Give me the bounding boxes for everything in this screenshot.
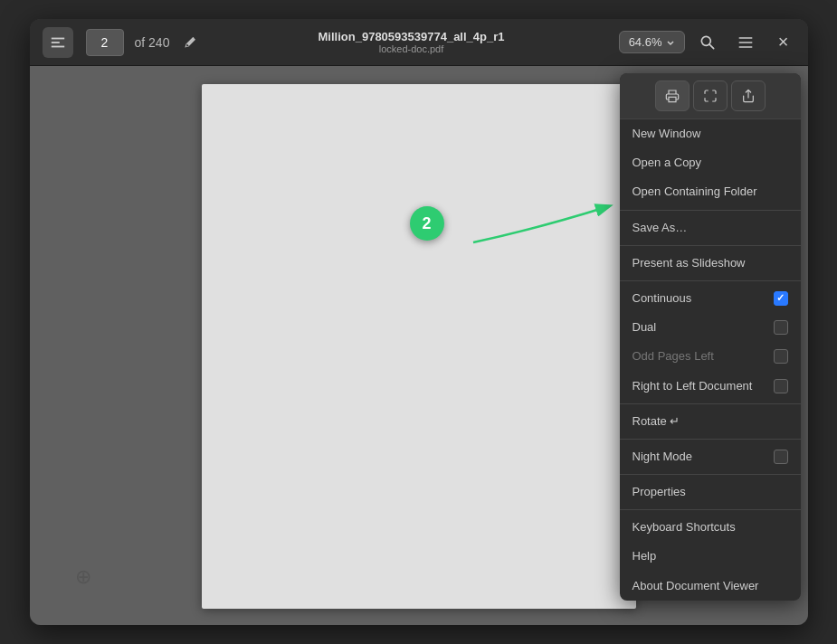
- menu-item-save-as[interactable]: Save As…: [620, 213, 801, 242]
- doc-title: Million_9780593539774_all_4p_r1: [211, 30, 611, 44]
- svg-line-4: [709, 44, 714, 49]
- content-area: ⊕ 1 2: [30, 66, 808, 625]
- share-button[interactable]: [731, 80, 766, 111]
- rtl-checkbox[interactable]: [774, 379, 788, 393]
- svg-rect-0: [51, 37, 63, 39]
- separator-4: [620, 403, 801, 404]
- separator-7: [620, 509, 801, 510]
- continuous-checkbox[interactable]: [774, 291, 788, 306]
- annotation-badge-2: 2: [410, 206, 444, 241]
- zoom-area: 64.6%: [619, 31, 685, 53]
- main-window: of 240 Million_9780593539774_all_4p_r1 l…: [30, 19, 808, 625]
- doc-title-area: Million_9780593539774_all_4p_r1 locked-d…: [211, 30, 611, 55]
- print-button[interactable]: [655, 80, 690, 111]
- search-button[interactable]: [692, 27, 723, 58]
- svg-rect-5: [738, 37, 752, 39]
- annotate-button[interactable]: [176, 29, 204, 56]
- titlebar: of 240 Million_9780593539774_all_4p_r1 l…: [30, 19, 808, 66]
- fullscreen-button[interactable]: [693, 80, 728, 111]
- separator-5: [620, 439, 801, 440]
- menu-item-open-folder[interactable]: Open Containing Folder: [620, 177, 801, 206]
- menu-item-night-mode[interactable]: Night Mode: [620, 442, 801, 471]
- svg-rect-2: [51, 45, 63, 47]
- menu-item-continuous[interactable]: Continuous: [620, 284, 801, 313]
- menu-item-open-copy[interactable]: Open a Copy: [620, 148, 801, 177]
- menu-item-new-window[interactable]: New Window: [620, 119, 801, 148]
- separator-2: [620, 245, 801, 246]
- menu-item-keyboard-shortcuts[interactable]: Keyboard Shortcuts: [620, 513, 801, 542]
- sidebar-toggle-button[interactable]: [43, 27, 73, 58]
- svg-rect-1: [51, 42, 59, 43]
- menu-item-rtl[interactable]: Right to Left Document: [620, 372, 801, 401]
- separator-6: [620, 474, 801, 475]
- svg-rect-10: [669, 97, 676, 101]
- menu-item-properties[interactable]: Properties: [620, 478, 801, 507]
- dropdown-menu: New Window Open a Copy Open Containing F…: [620, 73, 801, 601]
- night-mode-checkbox[interactable]: [774, 450, 788, 464]
- close-button[interactable]: ×: [768, 27, 799, 58]
- page-number-input[interactable]: [86, 29, 124, 56]
- separator-3: [620, 280, 801, 281]
- crosshair-icon: ⊕: [75, 565, 91, 589]
- zoom-level-label: 64.6%: [629, 35, 662, 49]
- menu-item-dual[interactable]: Dual: [620, 313, 801, 342]
- dropdown-toolbar: [620, 73, 801, 119]
- menu-item-about[interactable]: About Document Viewer: [620, 572, 801, 601]
- zoom-button[interactable]: 64.6%: [619, 31, 685, 53]
- svg-rect-7: [738, 46, 752, 48]
- menu-button[interactable]: [730, 27, 761, 58]
- page-of-label: of 240: [135, 35, 170, 50]
- menu-item-present[interactable]: Present as Slideshow: [620, 249, 801, 278]
- dual-checkbox[interactable]: [774, 320, 788, 335]
- menu-item-odd-pages[interactable]: Odd Pages Left: [620, 342, 801, 371]
- separator-1: [620, 210, 801, 211]
- svg-rect-6: [738, 42, 752, 43]
- doc-subtitle: locked-doc.pdf: [211, 43, 611, 54]
- menu-item-rotate[interactable]: Rotate ↵: [620, 407, 801, 436]
- odd-pages-checkbox[interactable]: [774, 349, 788, 364]
- menu-item-help[interactable]: Help: [620, 542, 801, 571]
- pdf-page: [202, 84, 636, 609]
